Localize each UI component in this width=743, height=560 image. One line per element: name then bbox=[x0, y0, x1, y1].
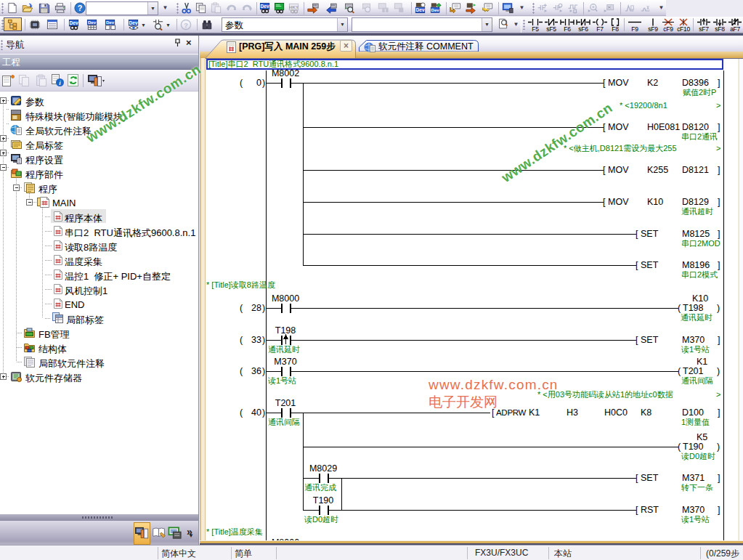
svg-text:Dev: Dev bbox=[106, 20, 115, 25]
svg-text:Dev: Dev bbox=[129, 20, 137, 25]
svg-text:Dev: Dev bbox=[69, 20, 78, 25]
svg-text:Dev: Dev bbox=[260, 4, 269, 9]
svg-text:?: ? bbox=[184, 21, 188, 29]
svg-text:Dev: Dev bbox=[431, 7, 439, 12]
svg-text:Dev: Dev bbox=[415, 7, 424, 12]
svg-text:HKY: HKY bbox=[289, 4, 299, 9]
svg-text:?: ? bbox=[78, 4, 83, 12]
svg-text:Dev: Dev bbox=[88, 20, 97, 25]
